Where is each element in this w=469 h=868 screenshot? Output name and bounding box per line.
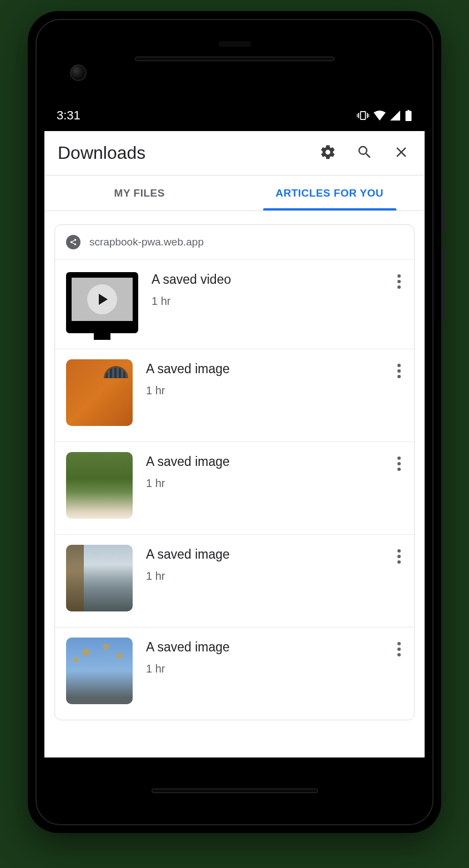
tab-label: ARTICLES FOR YOU bbox=[276, 187, 384, 199]
app-header: Downloads bbox=[44, 131, 425, 175]
more-vert-icon bbox=[397, 549, 401, 564]
tabs: MY FILES ARTICLES FOR YOU bbox=[44, 175, 425, 211]
item-time: 1 hr bbox=[152, 295, 382, 308]
vibrate-icon bbox=[357, 111, 369, 121]
item-title: A saved image bbox=[146, 362, 382, 377]
item-menu-button[interactable] bbox=[395, 270, 403, 293]
volume-button bbox=[441, 244, 445, 322]
search-button[interactable] bbox=[355, 143, 375, 163]
gear-icon bbox=[320, 144, 336, 163]
list-item[interactable]: A saved image 1 hr bbox=[55, 441, 414, 534]
item-title: A saved image bbox=[146, 640, 382, 655]
list-item[interactable]: A saved video 1 hr bbox=[55, 259, 414, 349]
more-vert-icon bbox=[397, 456, 401, 471]
image-thumbnail bbox=[66, 545, 133, 611]
item-time: 1 hr bbox=[146, 570, 382, 583]
item-title: A saved video bbox=[152, 272, 382, 287]
share-icon bbox=[66, 235, 80, 249]
source-card: scrapbook-pwa.web.app A saved video 1 hr bbox=[54, 224, 415, 720]
wifi-icon bbox=[374, 111, 386, 121]
card-header: scrapbook-pwa.web.app bbox=[55, 225, 414, 259]
front-camera bbox=[70, 64, 87, 81]
image-thumbnail bbox=[66, 359, 133, 426]
item-time: 1 hr bbox=[146, 663, 382, 675]
speaker-bottom bbox=[152, 789, 318, 793]
close-icon bbox=[393, 144, 410, 163]
source-label: scrapbook-pwa.web.app bbox=[89, 236, 204, 248]
svg-line-11 bbox=[72, 243, 74, 244]
item-menu-button[interactable] bbox=[395, 359, 403, 383]
status-bar: 3:31 bbox=[37, 103, 432, 128]
svg-point-9 bbox=[74, 243, 77, 245]
close-button[interactable] bbox=[391, 143, 411, 163]
list-item[interactable]: A saved image 1 hr bbox=[55, 349, 414, 441]
svg-rect-0 bbox=[361, 112, 366, 119]
speaker-top bbox=[135, 57, 335, 61]
more-vert-icon bbox=[397, 364, 401, 378]
video-thumbnail bbox=[66, 272, 138, 333]
cellular-icon bbox=[390, 111, 400, 121]
notch bbox=[218, 41, 251, 47]
item-time: 1 hr bbox=[146, 477, 382, 490]
page-title: Downloads bbox=[58, 143, 318, 163]
list-item[interactable]: A saved image 1 hr bbox=[55, 627, 414, 720]
svg-point-8 bbox=[70, 241, 73, 243]
image-thumbnail bbox=[66, 452, 133, 519]
item-menu-button[interactable] bbox=[395, 638, 403, 661]
power-button bbox=[441, 194, 445, 233]
svg-point-7 bbox=[74, 239, 77, 241]
tab-my-files[interactable]: MY FILES bbox=[44, 175, 235, 210]
list-item[interactable]: A saved image 1 hr bbox=[55, 534, 414, 627]
image-thumbnail bbox=[66, 638, 133, 704]
item-menu-button[interactable] bbox=[395, 452, 403, 475]
tab-articles-for-you[interactable]: ARTICLES FOR YOU bbox=[235, 175, 425, 210]
phone-device-frame: 3:31 Downloads bbox=[28, 11, 441, 833]
item-time: 1 hr bbox=[146, 384, 382, 397]
play-icon bbox=[87, 284, 117, 314]
battery-icon bbox=[405, 110, 412, 121]
search-icon bbox=[356, 144, 373, 163]
tab-label: MY FILES bbox=[114, 187, 165, 199]
svg-rect-5 bbox=[407, 110, 410, 111]
item-menu-button[interactable] bbox=[395, 545, 403, 568]
status-time: 3:31 bbox=[57, 108, 80, 123]
item-title: A saved image bbox=[146, 547, 382, 562]
app-screen: Downloads bbox=[44, 131, 425, 757]
svg-line-10 bbox=[72, 240, 74, 242]
more-vert-icon bbox=[397, 274, 401, 289]
settings-button[interactable] bbox=[318, 143, 338, 163]
content-area: scrapbook-pwa.web.app A saved video 1 hr bbox=[44, 211, 425, 757]
svg-rect-6 bbox=[406, 111, 412, 121]
more-vert-icon bbox=[397, 642, 401, 656]
item-title: A saved image bbox=[146, 454, 382, 469]
